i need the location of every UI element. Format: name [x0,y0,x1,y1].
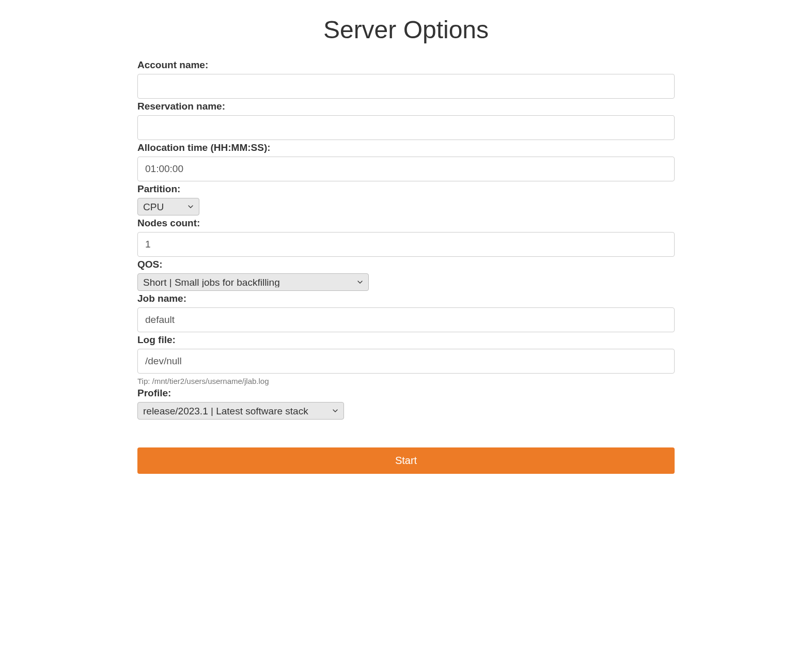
nodes-count-group: Nodes count: [137,218,675,257]
reservation-name-group: Reservation name: [137,101,675,140]
qos-group: QOS: Short | Small jobs for backfilling [137,259,675,291]
nodes-count-input[interactable] [137,232,675,257]
reservation-name-input[interactable] [137,115,675,140]
profile-select[interactable]: release/2023.1 | Latest software stack [137,402,344,420]
start-button[interactable]: Start [137,447,675,474]
partition-group: Partition: CPU [137,183,675,215]
partition-select[interactable]: CPU [137,198,199,215]
nodes-count-label: Nodes count: [137,218,675,229]
server-options-form: Server Options Account name: Reservation… [127,16,685,474]
profile-label: Profile: [137,388,675,399]
profile-group: Profile: release/2023.1 | Latest softwar… [137,388,675,420]
job-name-group: Job name: [137,293,675,332]
page-title: Server Options [137,16,675,44]
log-file-label: Log file: [137,334,675,346]
log-file-group: Log file: Tip: /mnt/tier2/users/username… [137,334,675,385]
log-file-input[interactable] [137,349,675,374]
account-name-group: Account name: [137,59,675,99]
allocation-time-group: Allocation time (HH:MM:SS): [137,142,675,181]
job-name-input[interactable] [137,307,675,332]
partition-label: Partition: [137,183,675,195]
account-name-label: Account name: [137,59,675,71]
job-name-label: Job name: [137,293,675,304]
account-name-input[interactable] [137,74,675,99]
log-file-help: Tip: /mnt/tier2/users/username/jlab.log [137,377,675,385]
qos-label: QOS: [137,259,675,270]
allocation-time-label: Allocation time (HH:MM:SS): [137,142,675,153]
allocation-time-input[interactable] [137,157,675,181]
reservation-name-label: Reservation name: [137,101,675,112]
qos-select[interactable]: Short | Small jobs for backfilling [137,273,369,291]
